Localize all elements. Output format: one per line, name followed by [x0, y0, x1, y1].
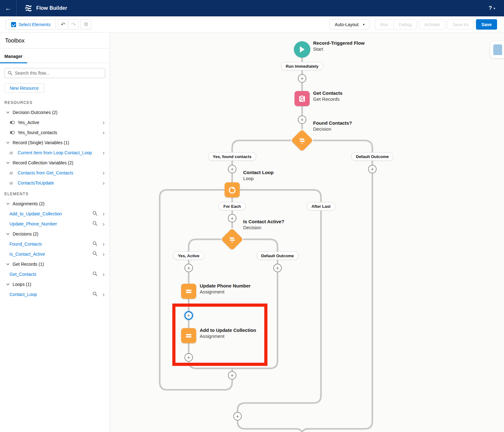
- chevron-right-icon[interactable]: ›: [99, 211, 105, 217]
- section-assignments[interactable]: Assignments (2): [4, 199, 105, 209]
- section-decision-outcomes[interactable]: Decision Outcomes (2): [4, 107, 105, 117]
- add-element-button-highlighted[interactable]: +: [185, 311, 193, 320]
- add-element-button[interactable]: +: [228, 165, 237, 173]
- sidebar-item-yes-active[interactable]: Yes_Active ›: [4, 117, 105, 128]
- start-node-label: Record-Triggered Flow Start: [313, 40, 364, 52]
- decision-icon: [228, 236, 236, 243]
- search-input[interactable]: [15, 71, 102, 76]
- chevron-right-icon[interactable]: ›: [99, 180, 105, 186]
- tab-manager[interactable]: Manager: [0, 54, 27, 63]
- chevron-right-icon[interactable]: ›: [99, 241, 105, 247]
- chevron-right-icon[interactable]: ›: [99, 271, 105, 277]
- variable-icon: (x): [9, 181, 16, 185]
- add-element-button[interactable]: +: [233, 412, 242, 421]
- variable-icon: (x): [9, 151, 16, 155]
- toolbox-panel: Toolbox Manager New Resource RESOURCES D…: [0, 33, 110, 432]
- get-contacts-label: Get Contacts Get Records: [313, 90, 342, 102]
- play-icon: [299, 46, 305, 53]
- loop-icon: [228, 186, 236, 194]
- flow-toolbar: Select Elements ↶ ↷ ⚙ Auto-Layout ▾ Run …: [0, 16, 504, 33]
- sidebar-item-add-to-update-collection[interactable]: Add_to_Update_Collection ›: [4, 209, 105, 219]
- header-divider: [16, 0, 17, 16]
- debug-button[interactable]: Debug: [393, 19, 417, 30]
- chevron-right-icon[interactable]: ›: [99, 130, 105, 135]
- save-button[interactable]: Save: [476, 19, 497, 30]
- sidebar-item-contacts-to-update[interactable]: (x) ContactsToUpdate ›: [4, 178, 105, 188]
- start-node[interactable]: [294, 41, 310, 58]
- add-element-button[interactable]: +: [228, 214, 237, 223]
- chevron-right-icon[interactable]: ›: [99, 221, 105, 227]
- section-record-single-variables[interactable]: Record (Single) Variables (1): [4, 138, 105, 148]
- chevron-down-icon: [6, 110, 10, 115]
- update-phone-number-label: Update Phone Number Assignment: [200, 283, 251, 295]
- run-immediately-pill: Run Immediately: [281, 62, 323, 71]
- contact-loop-label: Contact Loop Loop: [243, 169, 274, 181]
- sidebar-item-current-item-loop[interactable]: (x) Current Item from Loop Contact_Loop …: [4, 148, 105, 158]
- add-element-button[interactable]: +: [368, 165, 377, 173]
- sidebar-item-is-contact-active[interactable]: Is_Contact_Active ›: [4, 249, 105, 259]
- help-menu[interactable]: ? ▾: [489, 5, 495, 11]
- sidebar-item-contacts-from-get-contacts[interactable]: (x) Contacts from Get_Contacts ›: [4, 168, 105, 178]
- flow-builder-logo-icon: [24, 4, 32, 12]
- overlay-thumbnail: [493, 44, 502, 55]
- outcome-icon: [9, 130, 16, 135]
- contact-loop-node[interactable]: [225, 182, 240, 197]
- toolbox-title: Toolbox: [0, 33, 110, 48]
- elements-section-label: ELEMENTS: [4, 192, 105, 196]
- magnifier-icon[interactable]: [91, 292, 99, 298]
- sidebar-item-yes-found-contacts[interactable]: Yes_found_contacts ›: [4, 128, 105, 138]
- magnifier-icon[interactable]: [91, 241, 99, 247]
- app-header: ← Flow Builder ? ▾: [0, 0, 504, 16]
- chevron-right-icon[interactable]: ›: [99, 170, 105, 176]
- sidebar-item-update-phone-number[interactable]: Update_Phone_Number ›: [4, 219, 105, 229]
- chevron-right-icon[interactable]: ›: [99, 120, 105, 125]
- settings-button[interactable]: ⚙: [81, 19, 91, 30]
- add-element-button[interactable]: +: [185, 264, 193, 272]
- get-records-icon: [298, 94, 306, 103]
- new-resource-button[interactable]: New Resource: [4, 83, 44, 93]
- sidebar-item-contact-loop[interactable]: Contact_Loop ›: [4, 289, 105, 299]
- section-get-records[interactable]: Get Records (1): [4, 259, 105, 269]
- found-contacts-label: Found Contacts? Decision: [313, 120, 352, 132]
- toolbox-tabs: Manager: [0, 48, 110, 63]
- magnifier-icon[interactable]: [91, 251, 99, 257]
- run-button[interactable]: Run: [375, 19, 394, 30]
- section-decisions[interactable]: Decisions (2): [4, 229, 105, 239]
- sidebar-item-get-contacts[interactable]: Get_Contacts ›: [4, 269, 105, 279]
- undo-icon: ↶: [61, 21, 66, 28]
- update-phone-number-node[interactable]: [181, 284, 196, 299]
- page-title: Flow Builder: [36, 5, 67, 11]
- default-outcome-pill: Default Outcome: [351, 152, 393, 161]
- redo-button[interactable]: ↷: [68, 19, 79, 30]
- chevron-down-icon: [6, 262, 10, 266]
- undo-button[interactable]: ↶: [58, 19, 68, 30]
- add-element-button[interactable]: +: [298, 116, 306, 124]
- variable-icon: (x): [9, 171, 16, 175]
- flow-search-box: [4, 68, 105, 78]
- chevron-down-icon: [6, 282, 10, 287]
- activate-button[interactable]: Activate: [419, 19, 445, 30]
- back-arrow-icon[interactable]: ←: [0, 0, 16, 16]
- flow-canvas[interactable]: Record-Triggered Flow Start Run Immediat…: [110, 33, 504, 432]
- section-loops[interactable]: Loops (1): [4, 279, 105, 289]
- canvas-overlay-widget[interactable]: [490, 41, 504, 58]
- sidebar-item-found-contacts[interactable]: Found_Contacts ›: [4, 239, 105, 249]
- magnifier-icon[interactable]: [91, 221, 99, 227]
- add-element-button[interactable]: +: [273, 264, 282, 272]
- save-as-button[interactable]: Save As: [447, 19, 474, 30]
- section-record-collection-variables[interactable]: Record Collection Variables (2): [4, 158, 105, 168]
- chevron-down-icon: [6, 140, 10, 145]
- add-element-button[interactable]: +: [228, 371, 237, 380]
- add-element-button[interactable]: +: [298, 74, 306, 83]
- chevron-right-icon[interactable]: ›: [99, 150, 105, 156]
- for-each-pill: For Each: [219, 202, 246, 211]
- magnifier-icon[interactable]: [91, 271, 99, 277]
- get-contacts-node[interactable]: [295, 91, 310, 106]
- yes-found-contacts-pill: Yes, found contacts: [208, 152, 256, 161]
- magnifier-icon[interactable]: [91, 211, 99, 217]
- chevron-right-icon[interactable]: ›: [99, 292, 105, 297]
- redo-icon: ↷: [71, 21, 76, 28]
- auto-layout-dropdown[interactable]: Auto-Layout ▾: [329, 19, 370, 30]
- select-elements-button[interactable]: Select Elements: [6, 19, 56, 30]
- chevron-right-icon[interactable]: ›: [99, 251, 105, 257]
